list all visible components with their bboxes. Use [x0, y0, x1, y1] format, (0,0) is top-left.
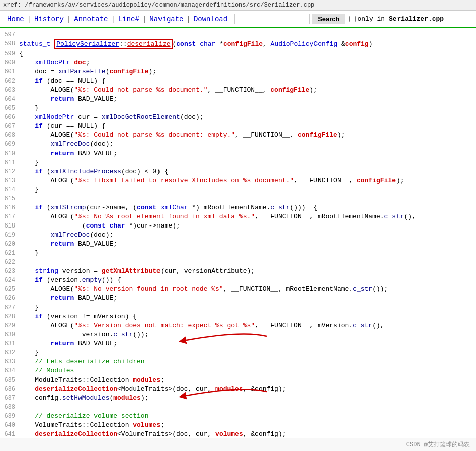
code-line: 615: [0, 194, 476, 203]
code-line: 598 status_t PolicySerializer::deseriali…: [0, 39, 476, 49]
code-line: 610 return BAD_VALUE;: [0, 149, 476, 158]
nav-download[interactable]: Download: [191, 15, 230, 23]
code-line: 636 deserializeCollection<ModuleTraits>(…: [0, 385, 476, 394]
code-line: 638: [0, 403, 476, 412]
code-line: 628 if (version != mVersion) {: [0, 312, 476, 321]
code-area: 597 598 status_t PolicySerializer::deser…: [0, 28, 476, 451]
code-line: 618 (const char *)cur->name);: [0, 221, 476, 231]
code-line: 624 if (version.empty()) {: [0, 276, 476, 285]
footer-text: CSDN @艾打篮球的码农: [406, 441, 470, 448]
code-line: 613 ALOGE("%s: libxml failed to resolve …: [0, 176, 476, 185]
code-line: 600 xmlDocPtr doc;: [0, 58, 476, 67]
nav-sep-2: |: [67, 15, 71, 23]
code-line: 611 }: [0, 158, 476, 167]
search-input[interactable]: [234, 14, 310, 24]
code-line: 621 }: [0, 249, 476, 258]
code-line: 631 return BAD_VALUE;: [0, 339, 476, 348]
code-line: 609 xmlFreeDoc(doc);: [0, 140, 476, 149]
code-line: 606 xmlNodePtr cur = xmlDocGetRootElemen…: [0, 113, 476, 122]
footer: CSDN @艾打篮球的码农: [0, 438, 476, 451]
code-line: 632 }: [0, 348, 476, 357]
nav-bar: Home | History | Annotate | Line# | Navi…: [0, 11, 476, 28]
nav-sep-4: |: [142, 15, 146, 23]
code-line: 630 version.c_str());: [0, 330, 476, 339]
code-line: 634 // Modules: [0, 366, 476, 375]
nav-annotate[interactable]: Annotate: [71, 15, 111, 23]
code-line: 640 VolumeTraits::Collection volumes;: [0, 421, 476, 430]
code-line: 612 if (xmlXIncludeProcess(doc) < 0) {: [0, 167, 476, 176]
code-line: 619 xmlFreeDoc(doc);: [0, 231, 476, 240]
code-line: 620 return BAD_VALUE;: [0, 240, 476, 249]
nav-sep-5: |: [187, 15, 191, 23]
nav-sep-1: |: [27, 15, 31, 23]
nav-history[interactable]: History: [31, 15, 67, 23]
nav-home[interactable]: Home: [4, 15, 27, 23]
only-label: only in Serializer.cpp: [358, 15, 444, 23]
code-line: 633 // Lets deserialize children: [0, 357, 476, 366]
code-line: 626 return BAD_VALUE;: [0, 294, 476, 303]
code-line: 622: [0, 258, 476, 267]
code-line: 616 if (xmlStrcmp(cur->name, (const xmlC…: [0, 203, 476, 212]
title-bar: xref: /frameworks/av/services/audiopolic…: [0, 0, 476, 11]
code-line: 602 if (doc == NULL) {: [0, 77, 476, 86]
code-line: 605 }: [0, 104, 476, 113]
nav-sep-3: |: [111, 15, 115, 23]
code-line: 603 ALOGE("%s: Could not parse %s docume…: [0, 86, 476, 95]
nav-navigate[interactable]: Navigate: [146, 15, 186, 23]
code-line: 601 doc = xmlParseFile(configFile);: [0, 67, 476, 77]
only-checkbox[interactable]: [349, 16, 356, 22]
code-line: 607 if (cur == NULL) {: [0, 122, 476, 131]
code-line: 637 config.setHwModules(modules);: [0, 394, 476, 403]
code-line: 617 ALOGE("%s: No %s root element found …: [0, 212, 476, 221]
code-line: 597: [0, 30, 476, 39]
code-line: 608 ALOGE("%s: Could not parse %s docume…: [0, 131, 476, 140]
code-line: 635 ModuleTraits::Collection modules;: [0, 375, 476, 385]
code-line: 627 }: [0, 303, 476, 312]
only-filename: Serializer.cpp: [389, 15, 444, 23]
code-line: 625 ALOGE("%s: No version found in root …: [0, 285, 476, 294]
code-line: 604 return BAD_VALUE;: [0, 95, 476, 104]
code-line: 614 }: [0, 185, 476, 194]
code-line: 639 // deserialize volume section: [0, 412, 476, 421]
search-button[interactable]: Search: [312, 14, 345, 24]
title-text: xref: /frameworks/av/services/audiopolic…: [3, 2, 314, 9]
code-line: 623 string version = getXmlAttribute(cur…: [0, 267, 476, 276]
code-line: 629 ALOGE("%s: Version does not match: e…: [0, 321, 476, 330]
code-line: 599 {: [0, 49, 476, 58]
nav-lineno[interactable]: Line#: [115, 15, 142, 23]
